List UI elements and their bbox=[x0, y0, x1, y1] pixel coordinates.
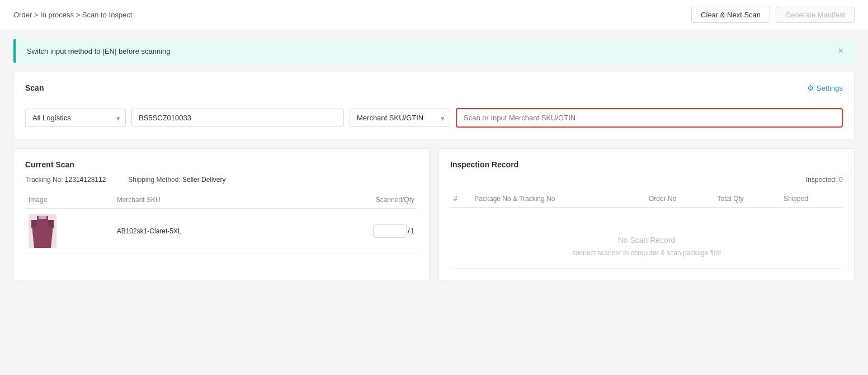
rec-col-shipped: Shipped bbox=[780, 190, 843, 208]
alert-message: Switch input method to [EN] before scann… bbox=[27, 47, 171, 55]
col-scanned-qty: Scanned/Qty bbox=[295, 191, 418, 209]
current-scan-panel: Current Scan Tracking No: 12314123112 Sh… bbox=[13, 148, 430, 280]
clear-next-scan-button[interactable]: Clear & Next Scan bbox=[691, 7, 770, 23]
current-scan-title: Current Scan bbox=[25, 160, 418, 169]
col-image: Image bbox=[25, 191, 114, 209]
product-image bbox=[29, 214, 56, 248]
product-thumbnail bbox=[29, 214, 56, 248]
sku-scan-input[interactable] bbox=[456, 108, 843, 128]
rec-col-total-qty: Total Qty bbox=[714, 190, 780, 208]
sku-cell: AB102sk1-Claret-5XL bbox=[114, 209, 296, 254]
total-qty: 1 bbox=[411, 227, 414, 235]
gear-icon: ⚙ bbox=[807, 83, 814, 92]
tracking-meta: Tracking No: 12314123112 bbox=[25, 176, 106, 184]
tracking-number-input[interactable] bbox=[131, 109, 344, 127]
alert-banner: Switch input method to [EN] before scann… bbox=[13, 39, 855, 63]
tracking-label: Tracking No: bbox=[25, 176, 63, 184]
inspection-record-title: Inspection Record bbox=[450, 160, 843, 169]
inspection-record-panel: Inspection Record Inspected: 0 # Package… bbox=[438, 148, 855, 280]
tracking-value: 12314123112 bbox=[65, 176, 106, 184]
breadcrumb: Order > In process > Scan to Inspect bbox=[13, 11, 132, 19]
product-image-cell bbox=[25, 209, 114, 254]
rec-col-package: Package No & Tracking No bbox=[471, 190, 645, 208]
generate-manifest-button[interactable]: Generate Manifest bbox=[776, 7, 855, 23]
scan-card: Scan ⚙ Settings All Logistics Standard E… bbox=[13, 72, 855, 139]
top-actions: Clear & Next Scan Generate Manifest bbox=[691, 7, 855, 23]
scan-inputs-row: All Logistics Standard Express Merchant … bbox=[25, 108, 843, 128]
table-row: AB102sk1-Claret-5XL / 1 bbox=[25, 209, 418, 254]
no-record-cell: No Scan Record connect scanner to comput… bbox=[450, 208, 843, 269]
no-record-title: No Scan Record bbox=[454, 236, 839, 245]
no-record-row: No Scan Record connect scanner to comput… bbox=[450, 208, 843, 269]
inspected-count: 0 bbox=[839, 176, 843, 184]
svg-rect-6 bbox=[37, 214, 48, 216]
current-scan-meta: Tracking No: 12314123112 Shipping Method… bbox=[25, 176, 418, 184]
col-merchant-sku: Merchant SKU bbox=[114, 191, 296, 209]
shipping-label: Shipping Method: bbox=[128, 176, 180, 184]
qty-separator: / bbox=[408, 227, 409, 235]
shipping-value: Seller Delivery bbox=[182, 176, 225, 184]
no-record-subtitle: connect scanner to computer & scan packa… bbox=[454, 249, 839, 257]
top-bar: Order > In process > Scan to Inspect Cle… bbox=[0, 0, 868, 30]
bottom-section: Current Scan Tracking No: 12314123112 Sh… bbox=[13, 148, 855, 280]
scan-header-row: Scan ⚙ Settings bbox=[25, 83, 843, 100]
settings-link[interactable]: ⚙ Settings bbox=[807, 83, 843, 92]
settings-label: Settings bbox=[817, 84, 843, 92]
shipping-meta: Shipping Method: Seller Delivery bbox=[128, 176, 225, 184]
sku-input-wrap bbox=[456, 108, 843, 128]
qty-cell: / 1 bbox=[295, 209, 418, 254]
inspection-record-table: # Package No & Tracking No Order No Tota… bbox=[450, 190, 843, 269]
sku-type-select-wrap: Merchant SKU/GTIN Barcode SKU bbox=[350, 109, 450, 127]
close-icon[interactable]: × bbox=[838, 46, 843, 56]
rec-col-order: Order No bbox=[645, 190, 714, 208]
inspected-row: Inspected: 0 bbox=[450, 176, 843, 184]
sku-type-dropdown[interactable]: Merchant SKU/GTIN Barcode SKU bbox=[350, 109, 450, 127]
current-scan-table: Image Merchant SKU Scanned/Qty bbox=[25, 191, 418, 254]
no-record-content: No Scan Record connect scanner to comput… bbox=[454, 213, 839, 262]
main-content: Scan ⚙ Settings All Logistics Standard E… bbox=[0, 63, 868, 289]
logistics-select-wrap: All Logistics Standard Express bbox=[25, 109, 126, 127]
scanned-qty-input[interactable] bbox=[373, 224, 407, 238]
inspected-label: Inspected: bbox=[806, 176, 837, 184]
scan-title: Scan bbox=[25, 83, 44, 92]
logistics-dropdown[interactable]: All Logistics Standard Express bbox=[25, 109, 126, 127]
rec-col-hash: # bbox=[450, 190, 471, 208]
